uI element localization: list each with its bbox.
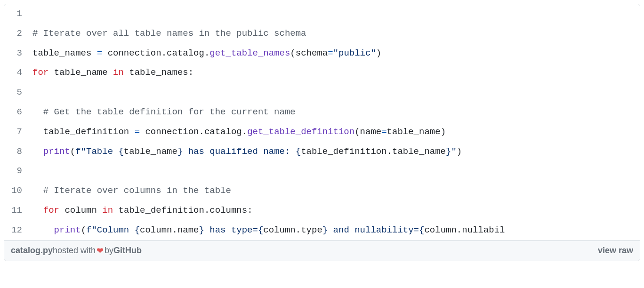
code-row: 3table_names = connection.catalog.get_ta… <box>4 44 640 64</box>
line-code[interactable]: table_definition = connection.catalog.ge… <box>28 122 640 142</box>
line-code[interactable]: table_names = connection.catalog.get_tab… <box>28 44 640 64</box>
line-code[interactable]: # Iterate over columns in the table <box>28 181 640 201</box>
line-number[interactable]: 9 <box>4 161 28 181</box>
line-code[interactable]: print(f"Column {column.name} has type={c… <box>28 221 640 240</box>
code-row: 6 # Get the table definition for the cur… <box>4 103 640 122</box>
line-number[interactable]: 11 <box>4 201 28 221</box>
line-code[interactable]: # Iterate over all table names in the pu… <box>28 24 640 44</box>
github-link[interactable]: GitHub <box>113 246 142 256</box>
code-table: 12# Iterate over all table names in the … <box>4 4 640 240</box>
code-area: 12# Iterate over all table names in the … <box>4 4 640 240</box>
code-row: 2# Iterate over all table names in the p… <box>4 24 640 44</box>
code-row: 8 print(f"Table {table_name} has qualifi… <box>4 142 640 162</box>
hosted-with-text: hosted with <box>53 246 96 256</box>
line-number[interactable]: 8 <box>4 142 28 162</box>
line-number[interactable]: 1 <box>4 4 28 24</box>
by-text: by <box>105 246 113 256</box>
line-number[interactable]: 7 <box>4 122 28 142</box>
code-row: 4for table_name in table_names: <box>4 63 640 83</box>
line-code[interactable]: print(f"Table {table_name} has qualified… <box>28 142 640 162</box>
view-raw-link[interactable]: view raw <box>598 246 633 256</box>
code-row: 5 <box>4 83 640 103</box>
heart-icon: ❤ <box>97 246 104 256</box>
gist-filename-link[interactable]: catalog.py <box>11 246 53 256</box>
gist-meta: catalog.py hosted with ❤ by GitHub view … <box>4 240 640 261</box>
code-row: 10 # Iterate over columns in the table <box>4 181 640 201</box>
line-number[interactable]: 2 <box>4 24 28 44</box>
code-row: 9 <box>4 161 640 181</box>
line-number[interactable]: 5 <box>4 83 28 103</box>
code-tbody: 12# Iterate over all table names in the … <box>4 4 640 240</box>
code-row: 11 for column in table_definition.column… <box>4 201 640 221</box>
line-code[interactable] <box>28 83 640 103</box>
line-code[interactable] <box>28 161 640 181</box>
line-code[interactable]: for column in table_definition.columns: <box>28 201 640 221</box>
code-row: 7 table_definition = connection.catalog.… <box>4 122 640 142</box>
gist-meta-left: catalog.py hosted with ❤ by GitHub <box>11 246 142 256</box>
line-code[interactable]: # Get the table definition for the curre… <box>28 103 640 122</box>
line-number[interactable]: 10 <box>4 181 28 201</box>
line-code[interactable] <box>28 4 640 24</box>
code-row: 1 <box>4 4 640 24</box>
gist-container: 12# Iterate over all table names in the … <box>4 4 640 261</box>
line-number[interactable]: 6 <box>4 103 28 122</box>
line-number[interactable]: 12 <box>4 221 28 240</box>
line-number[interactable]: 3 <box>4 44 28 64</box>
code-row: 12 print(f"Column {column.name} has type… <box>4 221 640 240</box>
line-number[interactable]: 4 <box>4 63 28 83</box>
line-code[interactable]: for table_name in table_names: <box>28 63 640 83</box>
